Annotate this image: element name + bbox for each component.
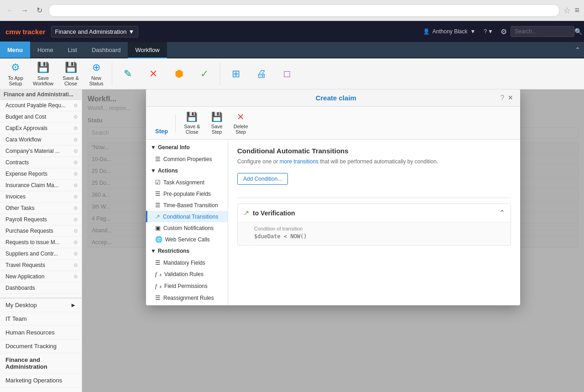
dialog-save-close-icon: 💾 [186,111,198,122]
sidebar-item-invoices[interactable]: Invoices ⚙ [0,191,82,203]
sidebar-item-other-tasks[interactable]: Other Tasks ⚙ [0,203,82,214]
browser-menu-icon[interactable]: ≡ [574,5,579,15]
sidebar-item-gear-icon[interactable]: ⚙ [73,194,78,200]
dialog-nav-actions-group[interactable]: ▼ Actions [146,165,228,177]
delete-icon: ✕ [149,68,157,80]
url-bar[interactable] [48,4,560,17]
sidebar-item-capex[interactable]: CapEx Approvals ⚙ [0,123,82,134]
help-dropdown-icon: ▼ [488,28,493,35]
header-search-icon[interactable]: 🔍 [574,28,584,35]
subtitle-before: Configure one or [237,158,280,165]
validate-button[interactable]: ✓ [193,66,216,82]
forward-button[interactable]: → [19,5,30,16]
sidebar-item-gear-icon[interactable]: ⚙ [73,217,78,223]
sidebar-item-gear-icon[interactable]: ⚙ [73,240,78,246]
print-button[interactable]: 🖨 [250,66,273,82]
sidebar-item-purchase[interactable]: Purchase Requests ⚙ [0,225,82,237]
dialog-nav-field-permissions[interactable]: fx Field Permissions [146,280,228,292]
sidebar-item-gear-icon[interactable]: ⚙ [73,274,78,280]
sidebar-item-travel[interactable]: Travel Requests ⚙ [0,260,82,271]
dialog-nav-restrictions-group[interactable]: ▼ Restrictions [146,245,228,257]
common-props-icon: ☰ [155,156,161,162]
dialog-nav-web-service-calls[interactable]: 🌐 Web Service Calls [146,234,228,245]
sidebar-item-gear-icon[interactable]: ⚙ [73,205,78,211]
sidebar-item-gear-icon[interactable]: ⚙ [73,262,78,268]
dialog-close-button[interactable]: × [508,93,513,103]
sidebar-item-gear-icon[interactable]: ⚙ [73,148,78,154]
dialog-delete-step-button[interactable]: ✕ DeleteStep [229,110,253,136]
sidebar-item-budget[interactable]: Budget and Cost ⚙ [0,111,82,123]
sidebar-item-dashboards[interactable]: Dashboards [0,282,82,294]
bookmark-icon[interactable]: ☆ [563,5,571,16]
sidebar-item-gear-icon[interactable]: ⚙ [73,251,78,257]
to-app-setup-button[interactable]: ⚙ To AppSetup [4,60,27,88]
sidebar-item-gear-icon[interactable]: ⚙ [73,137,78,143]
sidebar-item-gear-icon[interactable]: ⚙ [73,183,78,188]
transition-collapse-button[interactable]: ⌃ [499,209,505,217]
dialog-nav-custom-notifications[interactable]: ▣ Custom Notifications [146,222,228,234]
edit-button[interactable]: ✎ [116,66,140,82]
workflow-button[interactable]: Workflow [128,42,167,58]
grid-button[interactable]: ⊞ [224,66,248,82]
help-icon: ? [484,28,487,35]
save-workflow-button[interactable]: 💾 SaveWorkflow [29,60,57,88]
menu-button[interactable]: Menu [0,42,30,58]
sidebar-item-gear-icon[interactable]: ⚙ [73,160,78,166]
sidebar-item-marketing[interactable]: Marketing Operations [0,374,82,387]
sidebar-item-gear-icon[interactable]: ⚙ [73,125,78,131]
copy-button[interactable]: ⬢ [167,66,191,82]
list-button[interactable]: List [61,42,84,58]
home-button[interactable]: Home [30,42,61,58]
sidebar-item-company-material[interactable]: Company's Material ... ⚙ [0,146,82,157]
sidebar-item-label: Invoices [5,193,73,200]
user-menu[interactable]: 👤 Anthony Black ▼ [418,28,480,35]
subtitle-link[interactable]: more transitions [280,158,318,165]
dialog-save-close-button[interactable]: 💾 Save &Close [179,110,204,136]
sidebar-item-cara[interactable]: Cara Workflow ⚙ [0,134,82,146]
header-search-input[interactable] [511,26,574,37]
restrictions-label: Restrictions [158,248,189,254]
sidebar-item-gear-icon[interactable]: ⚙ [73,103,78,109]
sidebar-item-insurance[interactable]: Insurance Claim Ma... ⚙ [0,180,82,191]
delete-button[interactable]: ✕ [141,66,165,82]
sidebar-item-account-payable[interactable]: Account Payable Requ... ⚙ [0,100,82,111]
sidebar-item-new-application[interactable]: New Application ⚙ [0,271,82,282]
sidebar-item-expense[interactable]: Expense Reports ⚙ [0,168,82,180]
reload-button[interactable]: ↻ [34,5,45,16]
new-status-button[interactable]: ⊕ NewStatus [84,60,108,88]
dialog-save-step-button[interactable]: 💾 SaveStep [207,110,227,136]
workspace-dropdown-icon: ▼ [128,28,134,35]
sidebar-item-gear-icon[interactable]: ⚙ [73,228,78,234]
nav-collapse-icon[interactable]: ⌃ [571,46,584,53]
sidebar-item-gear-icon[interactable]: ⚙ [73,171,78,177]
sidebar-item-document-tracking[interactable]: Document Tracking [0,340,82,353]
dialog-nav-general-info-group[interactable]: ▼ General Info [146,141,228,153]
create-workspace-button[interactable]: + Create Workspace [0,387,82,392]
workspace-selector[interactable]: Finance and Administration ▼ [51,26,139,37]
sidebar-item-gear-icon[interactable]: ⚙ [73,114,78,120]
help-menu[interactable]: ? ▼ [480,28,497,35]
dialog-nav-common-properties[interactable]: ☰ Common Properties [146,153,228,165]
dashboard-button[interactable]: Dashboard [84,42,128,58]
sidebar-item-finance-admin[interactable]: Finance and Administration [0,353,82,374]
dialog-nav-conditional-transitions[interactable]: ↗ Conditional Transitions [146,211,228,222]
sidebar-item-my-desktop[interactable]: My Desktop ► [0,298,82,312]
sidebar-item-requests-issue[interactable]: Requests to issue M... ⚙ [0,237,82,248]
dialog-nav-reassignment-rules[interactable]: ☰ Reassignment Rules [146,292,228,303]
sidebar-item-it-team[interactable]: IT Team [0,312,82,326]
sidebar-item-contracts[interactable]: Contracts ⚙ [0,157,82,168]
dialog-help-icon[interactable]: ? [501,94,505,102]
sidebar-item-suppliers[interactable]: Suppliers and Contr... ⚙ [0,248,82,260]
save-close-button[interactable]: 💾 Save &Close [59,60,83,88]
dialog-nav-time-based-transition[interactable]: ☰ Time-Based Transition [146,199,228,211]
dialog-nav-task-assignment[interactable]: ☑ Task Assignment [146,177,228,188]
sidebar-item-human-resources[interactable]: Human Resources [0,326,82,340]
dialog-nav-prepopulate-fields[interactable]: ☰ Pre-populate Fields [146,188,228,199]
sidebar-item-payroll[interactable]: Payroll Requests ⚙ [0,214,82,225]
settings-icon[interactable]: ⚙ [497,27,511,36]
dialog-nav-mandatory-fields[interactable]: ☰ Mandatory Fields [146,257,228,268]
back-button[interactable]: ← [5,5,16,16]
add-condition-button[interactable]: Add Condition... [237,173,288,185]
dialog-nav-validation-rules[interactable]: fx Validation Rules [146,268,228,280]
export-button[interactable]: □ [275,66,299,82]
